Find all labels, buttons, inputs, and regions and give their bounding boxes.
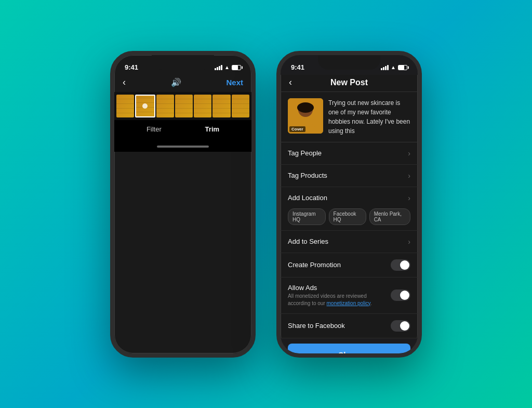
notch-2 <box>318 55 380 70</box>
wifi-icon-1: ▲ <box>224 64 230 70</box>
screen-content-2: ‹ New Post Cover Trying out new skincare… <box>281 75 418 358</box>
post-caption[interactable]: Trying out new skincare is one of my new… <box>328 98 410 136</box>
share-facebook-row: Share to Facebook <box>281 314 418 338</box>
time-1: 9:41 <box>125 63 138 71</box>
video-header: ‹ 🔊 Next <box>114 75 251 92</box>
monetization-policy-link[interactable]: monetization policy <box>327 300 370 306</box>
add-location-row[interactable]: Add Location › <box>281 187 418 205</box>
tag-people-arrow: › <box>408 149 410 157</box>
chip-facebook-hq[interactable]: Facebook HQ <box>329 208 366 225</box>
add-to-series-row[interactable]: Add to Series › <box>281 231 418 253</box>
allow-ads-block: Allow Ads All monetized videos are revie… <box>288 284 385 307</box>
tag-people-label: Tag People <box>288 149 322 157</box>
status-icons-2: ▲ <box>381 64 407 70</box>
add-to-series-arrow: › <box>408 238 410 246</box>
add-location-arrow: › <box>408 194 410 202</box>
status-icons-1: ▲ <box>215 64 241 70</box>
film-thumb <box>232 95 249 117</box>
chip-instagram-hq[interactable]: Instagram HQ <box>288 208 326 225</box>
post-header: ‹ New Post <box>281 75 418 92</box>
time-2: 9:41 <box>291 63 304 71</box>
menu-section: Tag People › Tag Products › Add Location… <box>281 142 418 338</box>
create-promotion-label: Create Promotion <box>288 261 341 269</box>
battery-icon-1 <box>232 65 241 70</box>
tag-products-arrow: › <box>408 172 410 180</box>
allow-ads-label: Allow Ads <box>288 284 385 292</box>
post-actions: Share Save as Draft <box>281 338 418 358</box>
screen-content-1: ‹ 🔊 Next <box>114 75 251 152</box>
wifi-icon-2: ▲ <box>391 64 396 70</box>
add-location-label: Add Location <box>288 194 327 202</box>
share-facebook-toggle[interactable] <box>391 320 410 332</box>
sound-icon[interactable]: 🔊 <box>171 77 181 87</box>
back-button-1[interactable]: ‹ <box>123 77 126 88</box>
location-chips: Instagram HQ Facebook HQ Menlo Park, CA <box>281 205 418 231</box>
trim-button[interactable]: Trim <box>205 125 219 133</box>
create-promotion-row: Create Promotion <box>281 253 418 278</box>
post-preview: Cover Trying out new skincare is one of … <box>281 92 418 142</box>
tag-products-row[interactable]: Tag Products › <box>281 165 418 187</box>
next-button[interactable]: Next <box>226 78 243 87</box>
filter-button[interactable]: Filter <box>147 125 162 133</box>
allow-ads-row: Allow Ads All monetized videos are revie… <box>281 278 418 314</box>
post-thumbnail: Cover <box>288 98 323 134</box>
film-thumb-active <box>135 95 155 117</box>
share-button[interactable]: Share <box>288 344 410 358</box>
create-promotion-toggle[interactable] <box>391 259 410 271</box>
battery-icon-2 <box>398 65 407 70</box>
tag-products-label: Tag Products <box>288 172 327 179</box>
allow-ads-toggle[interactable] <box>391 289 410 301</box>
back-button-2[interactable]: ‹ <box>289 77 292 88</box>
video-footer: Filter Trim <box>114 120 251 141</box>
film-thumb <box>156 95 174 117</box>
film-thumb <box>175 95 193 117</box>
post-title: New Post <box>330 78 368 87</box>
signal-icon-2 <box>381 65 389 70</box>
thumb-label: Cover <box>289 126 305 132</box>
chip-menlo-park[interactable]: Menlo Park, CA <box>369 208 410 225</box>
film-thumb <box>194 95 211 117</box>
phone-new-post: 9:41 ▲ ‹ New Post <box>276 51 422 358</box>
signal-icon-1 <box>215 65 222 70</box>
svg-point-10 <box>297 102 314 113</box>
notch <box>152 55 214 70</box>
share-facebook-label: Share to Facebook <box>288 322 345 330</box>
allow-ads-sublabel: All monetized videos are reviewed accord… <box>288 293 385 307</box>
phone-video-editor: 9:41 ▲ ‹ 🔊 Next <box>110 51 256 358</box>
add-to-series-label: Add to Series <box>288 238 328 245</box>
film-thumb <box>116 95 134 117</box>
tag-people-row[interactable]: Tag People › <box>281 142 418 165</box>
video-filmstrip[interactable] <box>114 92 251 120</box>
film-thumb <box>212 95 230 117</box>
home-indicator-1 <box>114 141 251 152</box>
